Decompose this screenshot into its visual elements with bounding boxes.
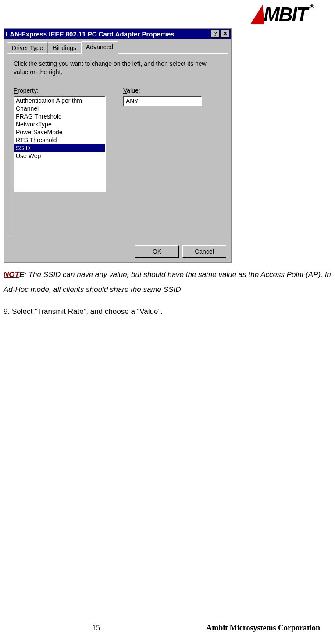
dialog-button-row: OK Cancel bbox=[4, 242, 231, 262]
close-button[interactable]: ✕ bbox=[221, 30, 229, 38]
logo-triangle-icon bbox=[250, 5, 264, 24]
instruction-text: Click the setting you want to change on … bbox=[14, 60, 221, 76]
header-logo: MBIT ® bbox=[4, 4, 314, 25]
property-listbox[interactable]: Authentication Algorithm Channel FRAG Th… bbox=[14, 96, 106, 192]
note-text: : The SSID can have any value, but shoul… bbox=[4, 270, 331, 294]
list-item[interactable]: PowerSaveMode bbox=[14, 128, 105, 136]
tab-bindings[interactable]: Bindings bbox=[48, 42, 81, 53]
document-body: NOTE: The SSID can have any value, but s… bbox=[4, 267, 331, 319]
list-item[interactable]: Channel bbox=[14, 104, 105, 112]
property-label: Property: bbox=[14, 87, 110, 94]
logo-text: MBIT bbox=[264, 4, 307, 25]
step-text: 9. Select “Transmit Rate”, and choose a … bbox=[4, 304, 331, 319]
list-item-selected[interactable]: SSID bbox=[14, 144, 105, 152]
list-item[interactable]: Use Wep bbox=[14, 152, 105, 160]
list-item[interactable]: FRAG Threshold bbox=[14, 112, 105, 120]
page-footer: 15 Ambit Microsystems Corporation bbox=[0, 623, 335, 633]
page-number: 15 bbox=[0, 623, 192, 633]
help-button[interactable]: ? bbox=[211, 30, 220, 38]
tab-advanced[interactable]: Advanced bbox=[81, 41, 118, 54]
titlebar: LAN-Express IEEE 802.11 PC Card Adapter … bbox=[4, 29, 231, 39]
list-item[interactable]: Authentication Algorithm bbox=[14, 97, 105, 104]
note-prefix: NOT bbox=[4, 270, 19, 279]
value-input[interactable] bbox=[123, 96, 202, 106]
footer-corporation: Ambit Microsystems Corporation bbox=[192, 623, 320, 633]
note-prefix-tail: E bbox=[19, 270, 24, 279]
tab-driver-type[interactable]: Driver Type bbox=[7, 42, 48, 53]
ok-button[interactable]: OK bbox=[135, 245, 179, 258]
properties-dialog: LAN-Express IEEE 802.11 PC Card Adapter … bbox=[4, 28, 232, 263]
list-item[interactable]: NetworkType bbox=[14, 120, 105, 128]
list-item[interactable]: RTS Threshold bbox=[14, 136, 105, 144]
titlebar-text: LAN-Express IEEE 802.11 PC Card Adapter … bbox=[6, 30, 210, 38]
value-label: Value: bbox=[123, 87, 221, 94]
registered-mark: ® bbox=[310, 4, 314, 10]
tabstrip: Driver Type Bindings Advanced bbox=[4, 39, 231, 53]
cancel-button[interactable]: Cancel bbox=[182, 245, 226, 258]
advanced-panel: Click the setting you want to change on … bbox=[7, 53, 228, 237]
